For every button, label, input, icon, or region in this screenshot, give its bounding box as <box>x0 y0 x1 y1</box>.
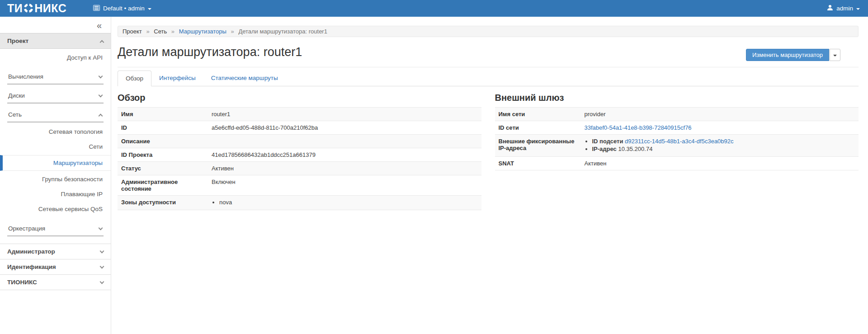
context-switcher-menu[interactable]: Default • admin <box>93 5 151 12</box>
sidebar-category-volumes-label: Диски <box>8 92 25 99</box>
sidebar-category-orchestration-label: Оркестрация <box>8 225 45 232</box>
user-menu-label: admin <box>836 5 853 12</box>
row-label: ID <box>118 121 208 135</box>
row-label: Имя сети <box>495 108 581 121</box>
network-id-link[interactable]: 33fabef0-54a1-41e8-b398-72840915cf76 <box>585 124 692 131</box>
sidebar-category-compute[interactable]: Вычисления <box>7 69 104 85</box>
ip-address-label: IP-адрес <box>592 146 617 152</box>
sidebar-item-networks[interactable]: Сети <box>0 139 111 154</box>
row-label: Статус <box>118 162 208 175</box>
table-row: Зоны доступности nova <box>118 196 481 210</box>
external-gateway-table: Имя сети provider ID сети 33fabef0-54a1-… <box>495 107 859 170</box>
row-label: Имя <box>118 108 208 121</box>
sidebar-category-volumes[interactable]: Диски <box>7 88 104 103</box>
sidebar-item-routers[interactable]: Маршрутизаторы <box>0 155 111 171</box>
chevron-up-icon <box>100 40 104 45</box>
sidebar-category-orchestration[interactable]: Оркестрация <box>7 221 104 236</box>
table-row: SNAT Активен <box>495 157 859 170</box>
sidebar-category-compute-label: Вычисления <box>8 73 43 80</box>
sidebar-dashboard-tionix-label: ТИОНИКС <box>7 279 37 286</box>
row-value <box>208 135 481 148</box>
overview-section: Обзор Имя router1 ID a5e6cffd-ed05-488d-… <box>118 92 481 210</box>
list-item: IP-адрес 10.35.200.74 <box>592 146 855 153</box>
row-value: a5e6cffd-ed05-488d-811c-700a210f62ba <box>208 121 481 135</box>
caret-down-icon <box>833 55 837 56</box>
chevron-down-icon <box>99 74 103 79</box>
breadcrumb-item-current: Детали маршрутизатора: router1 <box>238 28 327 35</box>
sidebar: « Проект Доступ к API Вычисления Диски С… <box>0 17 111 334</box>
chevron-down-icon <box>99 226 103 231</box>
chevron-up-icon <box>99 114 103 118</box>
tab-interfaces[interactable]: Интерфейсы <box>151 71 203 86</box>
row-value: Активен <box>208 162 481 175</box>
breadcrumb-separator: » <box>231 28 234 35</box>
top-navbar: ТИНИКС Default • admin admin <box>0 0 868 17</box>
list-item: ID подсети d92311cc-14d5-48b1-a3c4-df5c3… <box>592 138 855 146</box>
tab-overview[interactable]: Обзор <box>118 71 151 86</box>
sidebar-item-network-topology[interactable]: Сетевая топология <box>0 124 111 139</box>
ip-address-value: 10.35.200.74 <box>618 146 652 152</box>
tionix-logo: ТИНИКС <box>7 2 93 15</box>
user-menu[interactable]: admin <box>827 5 860 12</box>
row-value: provider <box>581 108 859 121</box>
sidebar-category-network-label: Сеть <box>8 111 22 118</box>
row-label: ID сети <box>495 121 581 135</box>
row-value: 33fabef0-54a1-41e8-b398-72840915cf76 <box>581 121 859 135</box>
context-switcher-icon <box>93 5 100 12</box>
row-label: ID Проекта <box>118 148 208 162</box>
logo-text-suffix: НИКС <box>34 3 66 14</box>
router-actions: Изменить маршрутизатор <box>746 49 840 61</box>
row-value: nova <box>208 196 481 210</box>
caret-down-icon <box>856 8 860 10</box>
logo-o-icon <box>23 2 34 15</box>
table-row: Внешние фиксированные IP-адреса ID подсе… <box>495 135 859 157</box>
sidebar-dashboard-project-label: Проект <box>7 38 28 44</box>
table-row: Административное состояние Включен <box>118 175 481 196</box>
sidebar-category-network[interactable]: Сеть <box>7 107 104 122</box>
external-gateway-section: Внешний шлюз Имя сети provider ID сети 3… <box>495 92 859 210</box>
page-header: Детали маршрутизатора: router1 Изменить … <box>118 42 859 67</box>
table-row: ID a5e6cffd-ed05-488d-811c-700a210f62ba <box>118 121 481 135</box>
list-item: nova <box>219 199 478 207</box>
sidebar-dashboard-identity-label: Идентификация <box>7 263 56 270</box>
table-row: Имя сети provider <box>495 108 859 121</box>
table-row: ID сети 33fabef0-54a1-41e8-b398-72840915… <box>495 121 859 135</box>
breadcrumb-separator: » <box>146 28 149 35</box>
row-value: router1 <box>208 108 481 121</box>
table-row: ID Проекта 41ed17856686432ab1ddcc251a661… <box>118 148 481 162</box>
tab-static-routes[interactable]: Статические маршруты <box>203 71 286 86</box>
page-title: Детали маршрутизатора: router1 <box>118 45 302 59</box>
row-value: Включен <box>208 175 481 196</box>
edit-router-button[interactable]: Изменить маршрутизатор <box>746 49 829 61</box>
actions-dropdown-toggle[interactable] <box>830 49 840 61</box>
user-icon <box>827 5 833 12</box>
availability-zones-list: nova <box>212 199 478 207</box>
breadcrumb-link-routers[interactable]: Маршрутизаторы <box>179 28 226 35</box>
context-switcher-label: Default • admin <box>103 5 145 12</box>
main-content: Проект » Сеть » Маршрутизаторы » Детали … <box>111 17 868 334</box>
subnet-id-label: ID подсети <box>592 138 623 145</box>
chevron-down-icon <box>100 264 104 269</box>
sidebar-item-floating-ips[interactable]: Плавающие IP <box>0 187 111 202</box>
row-label: Описание <box>118 135 208 148</box>
overview-table: Имя router1 ID a5e6cffd-ed05-488d-811c-7… <box>118 107 481 210</box>
overview-section-title: Обзор <box>118 93 481 103</box>
table-row: Описание <box>118 135 481 148</box>
sidebar-item-security-groups[interactable]: Группы безопасности <box>0 172 111 187</box>
sidebar-dashboard-project[interactable]: Проект <box>0 33 111 49</box>
breadcrumb-item-network: Сеть <box>154 28 167 35</box>
fixed-ips-list: ID подсети d92311cc-14d5-48b1-a3c4-df5c3… <box>585 138 855 153</box>
row-value: ID подсети d92311cc-14d5-48b1-a3c4-df5c3… <box>581 135 859 157</box>
sidebar-dashboard-tionix[interactable]: ТИОНИКС <box>0 274 111 290</box>
sidebar-item-api-access[interactable]: Доступ к API <box>0 50 111 66</box>
table-row: Имя router1 <box>118 108 481 121</box>
sidebar-dashboard-admin[interactable]: Администратор <box>0 244 111 259</box>
sidebar-item-network-qos[interactable]: Сетевые сервисы QoS <box>0 202 111 216</box>
row-label: Зоны доступности <box>118 196 208 210</box>
subnet-id-link[interactable]: d92311cc-14d5-48b1-a3c4-df5c3ea0b92c <box>625 138 733 145</box>
overview-content: Обзор Имя router1 ID a5e6cffd-ed05-488d-… <box>118 92 859 210</box>
chevron-down-icon <box>99 93 103 98</box>
collapse-sidebar-button[interactable]: « <box>97 20 102 30</box>
sidebar-dashboard-identity[interactable]: Идентификация <box>0 259 111 274</box>
table-row: Статус Активен <box>118 162 481 175</box>
